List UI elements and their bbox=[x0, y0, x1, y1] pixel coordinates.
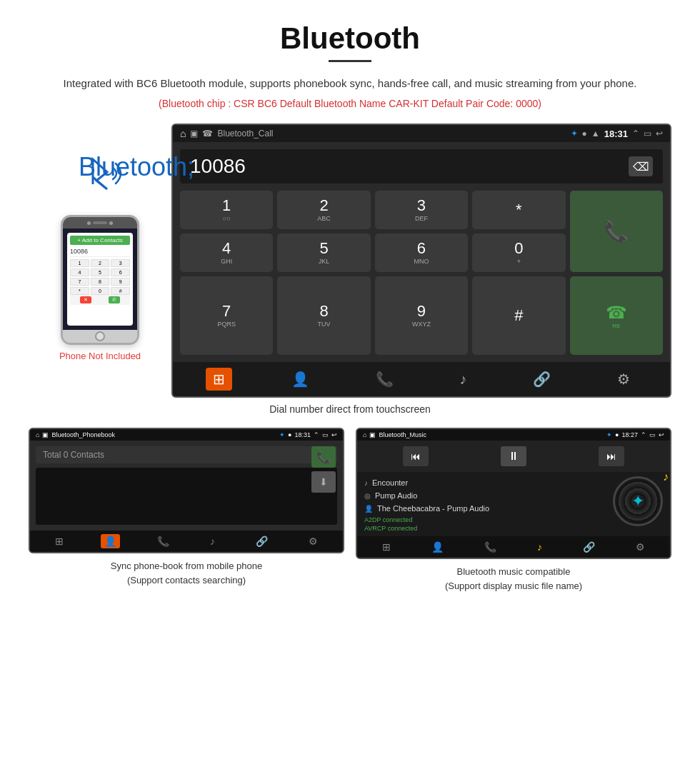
key-6[interactable]: 6 MNO bbox=[375, 233, 468, 272]
key-7[interactable]: 7 PQRS bbox=[180, 276, 273, 355]
expand-icon[interactable]: ⌃ bbox=[632, 129, 639, 139]
music-window-icon[interactable]: ▭ bbox=[649, 431, 656, 438]
phone-dialpad: 1 2 3 4 5 6 7 8 9 * 0 # bbox=[70, 259, 130, 295]
phone-key-5[interactable]: 5 bbox=[91, 268, 110, 276]
recall-button[interactable]: ☎ RE bbox=[570, 276, 663, 355]
music-app-label: Bluetooth_Music bbox=[379, 431, 426, 438]
nav-call-log-button[interactable]: 📞 bbox=[369, 368, 401, 391]
phone-home-button[interactable] bbox=[95, 331, 105, 341]
phonebook-caption-line2: (Support contacts searching) bbox=[127, 575, 246, 585]
pb-nav-settings[interactable]: ⚙ bbox=[305, 534, 321, 548]
track-item-2: ◎ Pump Audio bbox=[364, 489, 607, 502]
key-3[interactable]: 3 DEF bbox=[375, 191, 468, 229]
phone-key-hash[interactable]: # bbox=[111, 287, 130, 295]
download-contacts-btn[interactable]: ⬇ bbox=[311, 471, 336, 493]
key-5[interactable]: 5 JKL bbox=[277, 233, 370, 272]
call-log-icon: 📞 bbox=[376, 371, 394, 388]
key-8[interactable]: 8 TUV bbox=[277, 276, 370, 355]
key-4[interactable]: 4 GHI bbox=[180, 233, 273, 272]
phone-call-action-btn[interactable]: 📞 bbox=[311, 446, 336, 468]
phone-end-call-btn[interactable]: ✕ bbox=[80, 296, 91, 303]
track-item-3: 👤 The Cheebacabra - Pump Audio bbox=[364, 502, 607, 515]
phone-key-9[interactable]: 9 bbox=[111, 278, 130, 286]
nav-settings-button[interactable]: ⚙ bbox=[610, 368, 637, 391]
a2dp-status: A2DP connected bbox=[364, 516, 607, 523]
pb-nav-music[interactable]: ♪ bbox=[206, 534, 219, 548]
keypad-grid: 1 ○○ 2 ABC 3 DEF * bbox=[180, 191, 663, 355]
phonebook-expand-icon[interactable]: ⌃ bbox=[314, 431, 319, 438]
title-divider bbox=[329, 60, 371, 62]
music-home-icon[interactable]: ⌂ bbox=[363, 431, 366, 438]
next-track-button[interactable]: ⏭ bbox=[599, 446, 624, 466]
backspace-button[interactable]: ⌫ bbox=[629, 156, 653, 176]
window-icon[interactable]: ▭ bbox=[644, 129, 651, 139]
nav-link-button[interactable]: 🔗 bbox=[526, 368, 558, 391]
call-indicator-icon: ☎ bbox=[202, 129, 213, 139]
phone-key-1[interactable]: 1 bbox=[70, 259, 89, 267]
phone-key-4[interactable]: 4 bbox=[70, 268, 89, 276]
pb-nav-link[interactable]: 🔗 bbox=[252, 534, 271, 548]
prev-track-button[interactable]: ⏮ bbox=[403, 446, 429, 466]
key-6-main: 6 bbox=[417, 241, 426, 256]
mu-nav-music[interactable]: ♪ bbox=[534, 540, 546, 554]
phone-key-2[interactable]: 2 bbox=[91, 259, 110, 267]
play-pause-button[interactable]: ⏸ bbox=[501, 446, 526, 466]
contacts-icon: 👤 bbox=[291, 371, 309, 388]
key-hash-main: # bbox=[514, 308, 523, 323]
phone-key-6[interactable]: 6 bbox=[111, 268, 130, 276]
phone-key-star[interactable]: * bbox=[70, 287, 89, 295]
music-expand-icon[interactable]: ⌃ bbox=[641, 431, 646, 438]
home-icon[interactable]: ⌂ bbox=[180, 128, 186, 139]
recall-sub-label: RE bbox=[612, 323, 620, 329]
dialer-input-row: 10086 ⌫ bbox=[180, 149, 663, 184]
phonebook-car-screen: ⌂ ▣ Bluetooth_Phonebook ✦ ● 18:31 ⌃ ▭ ↩ bbox=[29, 428, 344, 553]
phone-key-0[interactable]: 0 bbox=[91, 287, 110, 295]
mu-nav-settings[interactable]: ⚙ bbox=[632, 540, 649, 554]
key-hash[interactable]: # bbox=[472, 276, 565, 355]
phonebook-window-icon[interactable]: ▭ bbox=[322, 431, 329, 438]
phone-key-7[interactable]: 7 bbox=[70, 278, 89, 286]
mu-nav-link[interactable]: 🔗 bbox=[579, 540, 599, 554]
phone-key-8[interactable]: 8 bbox=[91, 278, 110, 286]
phonebook-bt-icon: ✦ bbox=[279, 431, 285, 438]
bluetooth-symbol-icon: Bluetooth; bbox=[79, 152, 194, 182]
app-label: Bluetooth_Call bbox=[217, 129, 273, 139]
back-icon[interactable]: ↩ bbox=[656, 129, 663, 139]
vinyl-bt-icon: ✦ bbox=[631, 492, 644, 511]
nav-music-button[interactable]: ♪ bbox=[452, 368, 474, 391]
pb-nav-contacts[interactable]: 👤 bbox=[101, 534, 120, 548]
pb-nav-call[interactable]: 📞 bbox=[154, 534, 173, 548]
key-star-main: * bbox=[516, 202, 522, 218]
track-1-icon: ♪ bbox=[364, 479, 368, 487]
phonebook-sim-icon: ▣ bbox=[42, 431, 49, 438]
phonebook-dot-icon: ● bbox=[288, 431, 291, 438]
key-2[interactable]: 2 ABC bbox=[277, 191, 370, 229]
music-car-screen: ⌂ ▣ Bluetooth_Music ✦ ● 18:27 ⌃ ▭ ↩ bbox=[356, 428, 671, 559]
mu-nav-dialpad[interactable]: ⊞ bbox=[379, 540, 394, 554]
mu-nav-call[interactable]: 📞 bbox=[481, 540, 500, 554]
key-9[interactable]: 9 WXYZ bbox=[375, 276, 468, 355]
sim-icon: ▣ bbox=[190, 129, 198, 139]
pb-nav-dialpad[interactable]: ⊞ bbox=[51, 534, 67, 548]
phonebook-bottom-nav: ⊞ 👤 📞 ♪ 🔗 ⚙ bbox=[30, 531, 343, 552]
call-button[interactable]: 📞 bbox=[570, 191, 663, 272]
phone-speaker bbox=[93, 221, 107, 224]
key-star[interactable]: * bbox=[472, 191, 565, 229]
phone-key-3[interactable]: 3 bbox=[111, 259, 130, 267]
mu-nav-contacts[interactable]: 👤 bbox=[428, 540, 447, 554]
key-0-main: 0 bbox=[514, 241, 523, 256]
phonebook-back-icon[interactable]: ↩ bbox=[331, 431, 337, 438]
nav-dialpad-button[interactable]: ⊞ bbox=[206, 368, 232, 391]
key-0[interactable]: 0 + bbox=[472, 233, 565, 272]
music-back-icon[interactable]: ↩ bbox=[659, 431, 664, 438]
nav-contacts-button[interactable]: 👤 bbox=[284, 368, 316, 391]
music-bt-icon: ✦ bbox=[606, 431, 612, 438]
contacts-search-input[interactable]: Total 0 Contacts bbox=[36, 446, 337, 463]
music-bottom-nav: ⊞ 👤 📞 ♪ 🔗 ⚙ bbox=[357, 536, 670, 558]
music-sim-icon: ▣ bbox=[369, 431, 376, 438]
specs-line: (Bluetooth chip : CSR BC6 Default Blueto… bbox=[29, 98, 671, 109]
key-7-main: 7 bbox=[222, 303, 231, 319]
phone-call-btn[interactable]: ✆ bbox=[109, 296, 120, 303]
phonebook-home-icon[interactable]: ⌂ bbox=[36, 431, 39, 438]
key-1[interactable]: 1 ○○ bbox=[180, 191, 273, 229]
